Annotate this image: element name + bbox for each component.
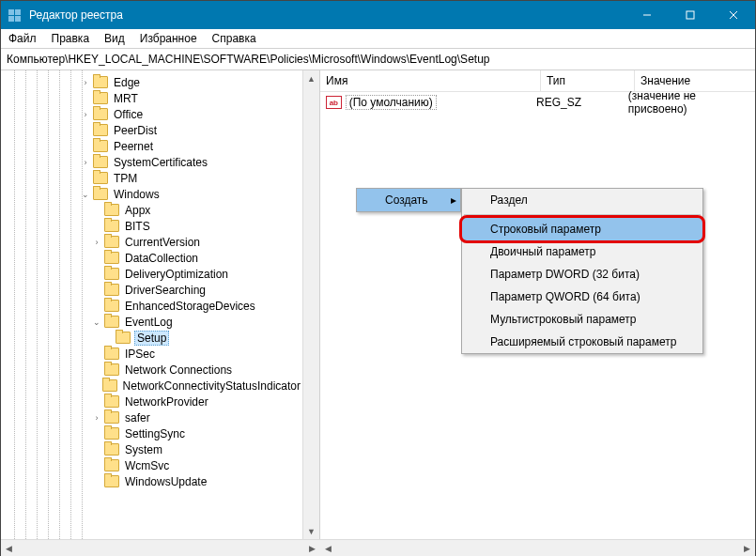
chevron-right-icon[interactable]: ›: [91, 413, 102, 423]
tree-item-label: WindowsUpdate: [123, 475, 208, 488]
scroll-up-icon[interactable]: ▲: [303, 70, 319, 86]
tree-item-label: NetworkConnectivityStatusIndicator: [121, 379, 302, 393]
tree-item[interactable]: ›DataCollection: [1, 250, 302, 266]
tree-item[interactable]: ›Setup: [1, 330, 302, 346]
tree-item[interactable]: ⌄EventLog: [1, 314, 302, 330]
context-submenu-item[interactable]: Раздел: [462, 189, 702, 211]
context-menu[interactable]: Создать ▸: [356, 188, 461, 212]
address-bar[interactable]: Компьютер\HKEY_LOCAL_MACHINE\SOFTWARE\Po…: [1, 49, 755, 70]
tree-item-label: Edge: [112, 76, 142, 89]
folder-icon: [93, 188, 108, 200]
column-value[interactable]: Значение: [635, 70, 755, 91]
tree-item[interactable]: ›safer: [1, 409, 302, 425]
menu-favorites[interactable]: Избранное: [132, 30, 205, 47]
tree-item[interactable]: ›CurrentVersion: [1, 234, 302, 250]
tree-item[interactable]: ›EnhancedStorageDevices: [1, 298, 302, 314]
folder-icon: [93, 156, 108, 168]
tree-item-label: EnhancedStorageDevices: [123, 300, 257, 313]
tree-item[interactable]: ›SystemCertificates: [1, 154, 302, 170]
menu-bar: Файл Правка Вид Избранное Справка: [1, 29, 755, 49]
context-submenu-item[interactable]: Параметр DWORD (32 бита): [462, 263, 702, 286]
tree-item-label: DriverSearching: [123, 284, 208, 297]
folder-icon: [104, 427, 119, 440]
tree-scrollbar-horizontal[interactable]: ◀ ▶: [1, 539, 320, 556]
value-name: (По умолчанию): [346, 95, 437, 110]
tree-item-label: DataCollection: [123, 252, 200, 265]
folder-icon: [93, 172, 108, 184]
tree-item-label: WcmSvc: [123, 459, 171, 472]
tree-item-label: safer: [123, 411, 152, 425]
context-submenu-item[interactable]: Двоичный параметр: [462, 240, 702, 263]
string-value-icon: ab: [326, 96, 342, 109]
menu-file[interactable]: Файл: [1, 30, 44, 47]
menu-help[interactable]: Справка: [205, 30, 264, 47]
folder-icon: [104, 363, 119, 376]
tree-item-label: CurrentVersion: [123, 236, 202, 249]
tree-scrollbar-vertical[interactable]: ▲ ▼: [302, 70, 319, 539]
menu-edit[interactable]: Правка: [44, 30, 98, 47]
folder-icon: [104, 300, 119, 312]
tree-item[interactable]: ›Peernet: [1, 138, 302, 154]
tree-body[interactable]: ›Edge›MRT›Office›PeerDist›Peernet›System…: [1, 70, 302, 539]
scroll-left-icon[interactable]: ◀: [320, 540, 336, 556]
tree-item-label: PeerDist: [112, 124, 159, 137]
chevron-down-icon[interactable]: ⌄: [91, 317, 102, 327]
chevron-down-icon[interactable]: ⌄: [80, 190, 91, 199]
tree-item[interactable]: ›Appx: [1, 202, 302, 218]
scroll-right-icon[interactable]: ▶: [304, 540, 320, 556]
scroll-down-icon[interactable]: ▼: [303, 523, 319, 539]
tree-item[interactable]: ›WindowsUpdate: [1, 473, 302, 489]
folder-icon: [93, 76, 108, 88]
list-scrollbar-horizontal[interactable]: ◀ ▶: [320, 539, 755, 556]
tree-item[interactable]: ›WcmSvc: [1, 457, 302, 473]
context-submenu[interactable]: РазделСтроковый параметрДвоичный парамет…: [461, 188, 703, 354]
list-row[interactable]: ab (По умолчанию) REG_SZ (значение не пр…: [320, 94, 755, 111]
chevron-right-icon[interactable]: ›: [91, 238, 102, 247]
context-submenu-item[interactable]: Параметр QWORD (64 бита): [462, 286, 702, 308]
tree-item[interactable]: ›TPM: [1, 170, 302, 186]
submenu-arrow-icon: ▸: [451, 193, 456, 207]
tree-item[interactable]: ›NetworkConnectivityStatusIndicator: [1, 378, 302, 394]
chevron-right-icon[interactable]: ›: [80, 110, 91, 119]
tree-item-label: DeliveryOptimization: [123, 268, 230, 281]
folder-icon: [93, 140, 108, 152]
context-submenu-item[interactable]: Строковый параметр: [462, 218, 702, 240]
column-name[interactable]: Имя: [320, 70, 541, 91]
list-body[interactable]: ab (По умолчанию) REG_SZ (значение не пр…: [320, 92, 755, 539]
tree-item[interactable]: ›DriverSearching: [1, 282, 302, 298]
tree-item[interactable]: ›PeerDist: [1, 122, 302, 138]
tree-item[interactable]: ›Office: [1, 106, 302, 122]
tree-item-label: MRT: [112, 92, 140, 105]
context-menu-item-new[interactable]: Создать ▸: [357, 189, 460, 211]
chevron-right-icon[interactable]: ›: [80, 158, 91, 167]
window-maximize-button[interactable]: [669, 1, 712, 29]
scroll-left-icon[interactable]: ◀: [1, 540, 17, 556]
tree-item[interactable]: ⌄Windows: [1, 186, 302, 202]
tree-item[interactable]: ›MRT: [1, 90, 302, 106]
folder-icon: [93, 124, 108, 136]
menu-view[interactable]: Вид: [97, 30, 132, 47]
folder-icon: [104, 268, 119, 280]
tree-item[interactable]: ›IPSec: [1, 346, 302, 362]
title-bar[interactable]: Редактор реестра: [1, 1, 755, 29]
tree-item[interactable]: ›DeliveryOptimization: [1, 266, 302, 282]
folder-icon: [104, 284, 119, 296]
app-icon: [8, 8, 23, 23]
window-minimize-button[interactable]: [625, 1, 669, 29]
tree-item-label: BITS: [123, 220, 152, 233]
tree-item[interactable]: ›System: [1, 441, 302, 457]
window-close-button[interactable]: [712, 1, 755, 29]
tree-item[interactable]: ›NetworkProvider: [1, 394, 302, 409]
tree-item[interactable]: ›Network Connections: [1, 362, 302, 378]
tree-item-label: EventLog: [123, 316, 175, 329]
column-type[interactable]: Тип: [541, 70, 635, 91]
tree-item-label: Setup: [134, 331, 169, 346]
context-submenu-item[interactable]: Мультистроковый параметр: [462, 308, 702, 331]
tree-item[interactable]: ›SettingSync: [1, 425, 302, 441]
tree-item[interactable]: ›Edge: [1, 74, 302, 90]
scroll-right-icon[interactable]: ▶: [739, 540, 755, 556]
chevron-right-icon[interactable]: ›: [80, 78, 91, 87]
tree-item[interactable]: ›BITS: [1, 218, 302, 234]
address-text: Компьютер\HKEY_LOCAL_MACHINE\SOFTWARE\Po…: [7, 53, 489, 66]
context-submenu-item[interactable]: Расширяемый строковый параметр: [462, 331, 702, 353]
